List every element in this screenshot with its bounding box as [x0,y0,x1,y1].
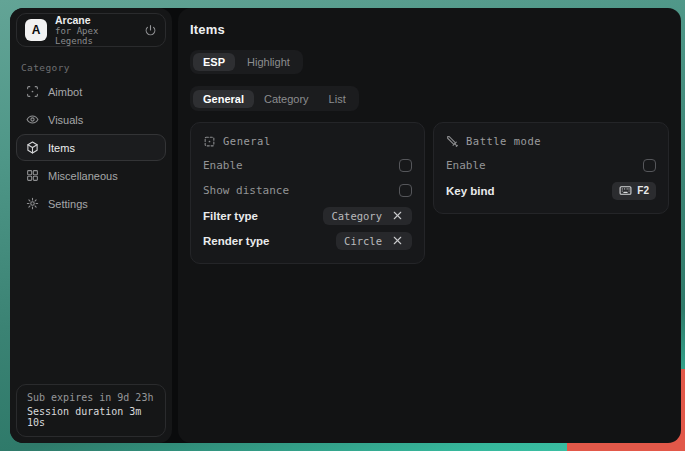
select-filter-type[interactable]: Category [323,207,412,225]
tab-highlight[interactable]: Highlight [237,53,300,71]
setting-label: Show distance [203,184,289,197]
sidebar-item-label: Aimbot [48,86,82,98]
mode-tab-group: ESPHighlight [190,50,303,74]
tab-esp[interactable]: ESP [193,53,235,71]
category-label: Category [21,62,166,73]
crosshair-icon [26,85,39,98]
setting-row-filter-type: Filter typeCategory [203,203,412,228]
sub-expires-text: Sub expires in 9d 23h [27,392,155,403]
swords-icon [446,135,459,148]
main-content: Items ESPHighlight GeneralCategoryList G… [178,8,681,443]
power-icon[interactable] [144,24,157,37]
setting-label: Filter type [203,210,258,222]
panel-battle-mode: Battle modeEnableKey bindF2 [433,122,669,214]
gear-icon [26,197,39,210]
panels-row: GeneralEnableShow distanceFilter typeCat… [190,122,669,264]
setting-label: Key bind [446,185,495,197]
panel-title: Battle mode [466,135,541,147]
box-select-icon [203,135,216,148]
setting-row-show-distance: Show distance [203,178,412,203]
panel-general: GeneralEnableShow distanceFilter typeCat… [190,122,425,264]
panel-header: General [203,132,412,150]
sidebar-item-label: Miscellaneous [48,170,118,182]
select-value: Circle [344,235,382,247]
app-subtitle: for Apex Legends [55,26,136,47]
sidebar-item-aimbot[interactable]: Aimbot [16,78,166,105]
sidebar-item-label: Visuals [48,114,83,126]
select-value: Category [331,210,382,222]
app-logo: A [25,19,47,41]
sidebar-nav: AimbotVisualsItemsMiscellaneousSettings [16,78,166,217]
app-name: Arcane [55,14,136,26]
setting-row-enable: Enable [446,153,656,178]
account-card: A Arcane for Apex Legends [16,13,166,47]
x-icon[interactable] [391,234,404,247]
subtab-general[interactable]: General [193,90,254,108]
setting-label: Enable [203,159,243,172]
setting-label: Enable [446,159,486,172]
keybind-value: F2 [637,185,649,196]
panel-title: General [223,135,271,147]
eye-icon [26,113,39,126]
panel-header: Battle mode [446,132,656,150]
setting-label: Render type [203,235,269,247]
sidebar-item-items[interactable]: Items [16,134,166,161]
sidebar-item-miscellaneous[interactable]: Miscellaneous [16,162,166,189]
checkbox-enable[interactable] [399,159,412,172]
sidebar: A Arcane for Apex Legends Category Aimbo… [10,8,172,443]
sub-tab-group: GeneralCategoryList [190,86,359,111]
subtab-category[interactable]: Category [254,90,319,108]
checkbox-show-distance[interactable] [399,184,412,197]
app-window: A Arcane for Apex Legends Category Aimbo… [10,8,677,443]
keyboard-icon [619,184,632,197]
session-duration-text: Session duration 3m 10s [27,406,155,428]
sidebar-item-label: Settings [48,198,88,210]
x-icon[interactable] [391,209,404,222]
setting-row-enable: Enable [203,153,412,178]
checkbox-enable[interactable] [643,159,656,172]
subtab-list[interactable]: List [319,90,356,108]
setting-row-render-type: Render typeCircle [203,228,412,253]
sidebar-item-label: Items [48,142,75,154]
grid-icon [26,169,39,182]
select-render-type[interactable]: Circle [336,232,412,250]
setting-row-key-bind: Key bindF2 [446,178,656,203]
keybind-button[interactable]: F2 [612,182,656,200]
session-info-card: Sub expires in 9d 23h Session duration 3… [16,384,166,437]
sidebar-item-visuals[interactable]: Visuals [16,106,166,133]
box-icon [26,141,39,154]
sidebar-item-settings[interactable]: Settings [16,190,166,217]
page-title: Items [190,22,669,37]
